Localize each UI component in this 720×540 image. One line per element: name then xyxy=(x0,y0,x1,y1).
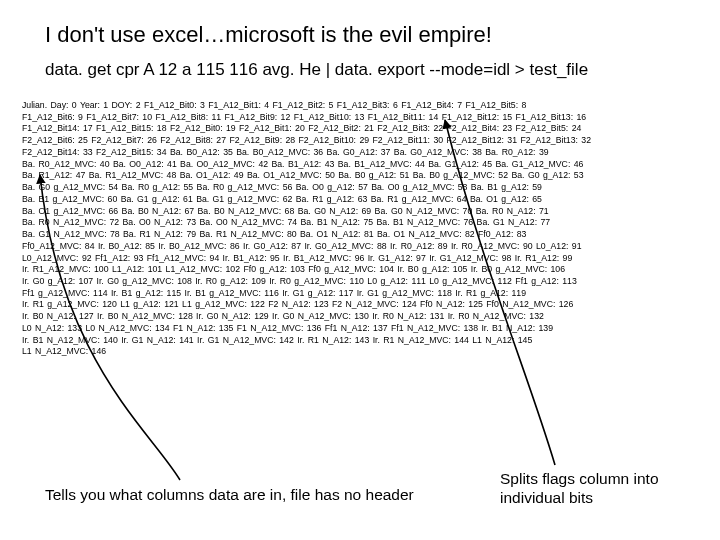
data-row: Ba. R1_A12: 47 Ba. R1_A12_MVC: 48 Ba. O1… xyxy=(22,170,702,182)
data-row: Ba. R0_A12_MVC: 40 Ba. O0_A12: 41 Ba. O0… xyxy=(22,159,702,171)
data-row: L1 N_A12_MVC: 146 xyxy=(22,346,702,358)
slide-title: I don't use excel…microsoft is the evil … xyxy=(45,22,492,48)
data-row: Ba. G0 g_A12_MVC: 54 Ba. R0 g_A12: 55 Ba… xyxy=(22,182,702,194)
data-row: F2_A12_Bit6: 25 F2_A12_Bit7: 26 F2_A12_B… xyxy=(22,135,702,147)
data-row: Ir. B1 N_A12_MVC: 140 Ir. G1 N_A12: 141 … xyxy=(22,335,702,347)
data-row: Julian. Day: 0 Year: 1 DOY: 2 F1_A12_Bit… xyxy=(22,100,702,112)
command-line: data. get cpr A 12 a 115 116 avg. He | d… xyxy=(45,60,588,80)
footer-left: Tells you what columns data are in, file… xyxy=(45,486,414,504)
data-row: Ff0_A12_MVC: 84 Ir. B0_A12: 85 Ir. B0_A1… xyxy=(22,241,702,253)
data-row: F1_A12_Bit6: 9 F1_A12_Bit7: 10 F1_A12_Bi… xyxy=(22,112,702,124)
data-row: L0_A12_MVC: 92 Ff1_A12: 93 Ff1_A12_MVC: … xyxy=(22,253,702,265)
data-row: Ba. G1 N_A12_MVC: 78 Ba. R1 N_A12: 79 Ba… xyxy=(22,229,702,241)
data-row: Ir. B0 N_A12: 127 Ir. B0 N_A12_MVC: 128 … xyxy=(22,311,702,323)
data-row: F1_A12_Bit14: 17 F1_A12_Bit15: 18 F2_A12… xyxy=(22,123,702,135)
data-row: F2_A12_Bit14: 33 F2_A12_Bit15: 34 Ba. B0… xyxy=(22,147,702,159)
data-row: Ir. R1 g_A12_MVC: 120 L1 g_A12: 121 L1 g… xyxy=(22,299,702,311)
data-row: Ff1 g_A12_MVC: 114 Ir. B1 g_A12: 115 Ir.… xyxy=(22,288,702,300)
data-row: L0 N_A12: 133 L0 N_A12_MVC: 134 F1 N_A12… xyxy=(22,323,702,335)
data-row: Ir. G0 g_A12: 107 Ir. G0 g_A12_MVC: 108 … xyxy=(22,276,702,288)
data-row: Ba. O1 g_A12_MVC: 66 Ba. B0 N_A12: 67 Ba… xyxy=(22,206,702,218)
data-block: Julian. Day: 0 Year: 1 DOY: 2 F1_A12_Bit… xyxy=(22,100,702,358)
data-row: Ir. R1_A12_MVC: 100 L1_A12: 101 L1_A12_M… xyxy=(22,264,702,276)
data-row: Ba. B1 g_A12_MVC: 60 Ba. G1 g_A12: 61 Ba… xyxy=(22,194,702,206)
footer-right: Splits flags column into individual bits xyxy=(500,470,700,507)
data-row: Ba. R0 N_A12_MVC: 72 Ba. O0 N_A12: 73 Ba… xyxy=(22,217,702,229)
